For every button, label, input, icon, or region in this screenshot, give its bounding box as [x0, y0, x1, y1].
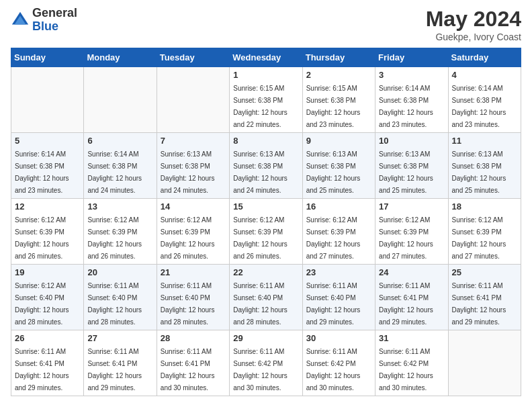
day-info: Sunrise: 6:14 AMSunset: 6:38 PMDaylight:…	[452, 85, 506, 128]
day-number: 31	[379, 333, 444, 343]
table-row: 17 Sunrise: 6:12 AMSunset: 6:39 PMDaylig…	[375, 199, 448, 265]
day-number: 18	[452, 201, 517, 212]
day-info: Sunrise: 6:11 AMSunset: 6:42 PMDaylight:…	[233, 348, 287, 392]
day-info: Sunrise: 6:15 AMSunset: 6:38 PMDaylight:…	[306, 85, 361, 128]
day-number: 30	[306, 333, 371, 343]
day-info: Sunrise: 6:13 AMSunset: 6:38 PMDaylight:…	[452, 150, 506, 194]
table-row: 13 Sunrise: 6:12 AMSunset: 6:39 PMDaylig…	[84, 199, 157, 265]
table-row	[11, 67, 84, 133]
table-row: 31 Sunrise: 6:11 AMSunset: 6:42 PMDaylig…	[375, 330, 448, 396]
table-row: 14 Sunrise: 6:12 AMSunset: 6:39 PMDaylig…	[157, 199, 229, 265]
table-row	[84, 67, 157, 133]
day-number: 17	[379, 201, 444, 212]
logo: General Blue	[11, 7, 77, 34]
col-friday: Friday	[375, 48, 448, 67]
day-info: Sunrise: 6:11 AMSunset: 6:40 PMDaylight:…	[306, 282, 361, 326]
day-info: Sunrise: 6:13 AMSunset: 6:38 PMDaylight:…	[233, 150, 287, 194]
day-info: Sunrise: 6:12 AMSunset: 6:40 PMDaylight:…	[15, 282, 69, 326]
table-row: 6 Sunrise: 6:14 AMSunset: 6:38 PMDayligh…	[84, 133, 157, 199]
day-number: 10	[379, 136, 444, 146]
day-number: 14	[161, 201, 226, 212]
calendar-week-row: 1 Sunrise: 6:15 AMSunset: 6:38 PMDayligh…	[11, 67, 521, 133]
day-number: 22	[233, 267, 298, 277]
day-info: Sunrise: 6:11 AMSunset: 6:41 PMDaylight:…	[161, 348, 215, 392]
day-number: 9	[306, 136, 371, 146]
day-number: 28	[161, 333, 226, 343]
table-row: 22 Sunrise: 6:11 AMSunset: 6:40 PMDaylig…	[230, 265, 302, 330]
day-info: Sunrise: 6:13 AMSunset: 6:38 PMDaylight:…	[306, 150, 361, 194]
day-info: Sunrise: 6:11 AMSunset: 6:41 PMDaylight:…	[15, 348, 69, 392]
day-number: 27	[87, 333, 152, 343]
day-number: 21	[161, 267, 226, 277]
day-number: 26	[15, 333, 80, 343]
col-saturday: Saturday	[448, 48, 521, 67]
table-row: 26 Sunrise: 6:11 AMSunset: 6:41 PMDaylig…	[11, 330, 84, 396]
col-monday: Monday	[84, 48, 157, 67]
day-info: Sunrise: 6:12 AMSunset: 6:39 PMDaylight:…	[379, 216, 433, 260]
col-thursday: Thursday	[302, 48, 375, 67]
table-row: 21 Sunrise: 6:11 AMSunset: 6:40 PMDaylig…	[157, 265, 229, 330]
logo-general-text: General	[32, 7, 77, 20]
day-info: Sunrise: 6:12 AMSunset: 6:39 PMDaylight:…	[452, 216, 506, 260]
day-info: Sunrise: 6:15 AMSunset: 6:38 PMDaylight:…	[233, 85, 287, 128]
day-info: Sunrise: 6:11 AMSunset: 6:42 PMDaylight:…	[306, 348, 361, 392]
table-row: 28 Sunrise: 6:11 AMSunset: 6:41 PMDaylig…	[157, 330, 229, 396]
table-row: 8 Sunrise: 6:13 AMSunset: 6:38 PMDayligh…	[230, 133, 302, 199]
page: General Blue May 2024 Guekpe, Ivory Coas…	[0, 0, 532, 411]
table-row: 20 Sunrise: 6:11 AMSunset: 6:40 PMDaylig…	[84, 265, 157, 330]
day-number: 20	[87, 267, 152, 277]
day-number: 16	[306, 201, 371, 212]
day-number: 3	[379, 70, 444, 80]
day-info: Sunrise: 6:11 AMSunset: 6:41 PMDaylight:…	[379, 282, 433, 326]
col-sunday: Sunday	[11, 48, 84, 67]
header: General Blue May 2024 Guekpe, Ivory Coas…	[11, 7, 521, 42]
day-info: Sunrise: 6:11 AMSunset: 6:41 PMDaylight:…	[452, 282, 506, 326]
day-info: Sunrise: 6:14 AMSunset: 6:38 PMDaylight:…	[15, 150, 69, 194]
day-number: 29	[233, 333, 298, 343]
calendar-week-row: 12 Sunrise: 6:12 AMSunset: 6:39 PMDaylig…	[11, 199, 521, 265]
day-info: Sunrise: 6:14 AMSunset: 6:38 PMDaylight:…	[87, 150, 142, 194]
calendar-week-row: 5 Sunrise: 6:14 AMSunset: 6:38 PMDayligh…	[11, 133, 521, 199]
table-row: 29 Sunrise: 6:11 AMSunset: 6:42 PMDaylig…	[230, 330, 302, 396]
day-number: 19	[15, 267, 80, 277]
logo-blue-text: Blue	[32, 20, 77, 34]
location: Guekpe, Ivory Coast	[426, 32, 521, 42]
table-row: 5 Sunrise: 6:14 AMSunset: 6:38 PMDayligh…	[11, 133, 84, 199]
table-row: 3 Sunrise: 6:14 AMSunset: 6:38 PMDayligh…	[375, 67, 448, 133]
day-number: 15	[233, 201, 298, 212]
table-row: 24 Sunrise: 6:11 AMSunset: 6:41 PMDaylig…	[375, 265, 448, 330]
table-row: 18 Sunrise: 6:12 AMSunset: 6:39 PMDaylig…	[448, 199, 521, 265]
day-number: 2	[306, 70, 371, 80]
col-tuesday: Tuesday	[157, 48, 229, 67]
table-row: 16 Sunrise: 6:12 AMSunset: 6:39 PMDaylig…	[302, 199, 375, 265]
day-info: Sunrise: 6:12 AMSunset: 6:39 PMDaylight:…	[233, 216, 287, 260]
title-block: May 2024 Guekpe, Ivory Coast	[426, 7, 521, 42]
table-row: 25 Sunrise: 6:11 AMSunset: 6:41 PMDaylig…	[448, 265, 521, 330]
day-info: Sunrise: 6:11 AMSunset: 6:42 PMDaylight:…	[379, 348, 433, 392]
day-number: 11	[452, 136, 517, 146]
table-row: 30 Sunrise: 6:11 AMSunset: 6:42 PMDaylig…	[302, 330, 375, 396]
day-info: Sunrise: 6:11 AMSunset: 6:40 PMDaylight:…	[161, 282, 215, 326]
day-number: 25	[452, 267, 517, 277]
day-number: 8	[233, 136, 298, 146]
calendar-table: Sunday Monday Tuesday Wednesday Thursday…	[11, 48, 521, 396]
table-row: 10 Sunrise: 6:13 AMSunset: 6:38 PMDaylig…	[375, 133, 448, 199]
day-number: 1	[233, 70, 298, 80]
day-number: 23	[306, 267, 371, 277]
table-row: 1 Sunrise: 6:15 AMSunset: 6:38 PMDayligh…	[230, 67, 302, 133]
table-row: 7 Sunrise: 6:13 AMSunset: 6:38 PMDayligh…	[157, 133, 229, 199]
table-row: 23 Sunrise: 6:11 AMSunset: 6:40 PMDaylig…	[302, 265, 375, 330]
logo-icon	[11, 11, 30, 30]
day-number: 12	[15, 201, 80, 212]
day-info: Sunrise: 6:11 AMSunset: 6:40 PMDaylight:…	[233, 282, 287, 326]
table-row: 2 Sunrise: 6:15 AMSunset: 6:38 PMDayligh…	[302, 67, 375, 133]
day-number: 6	[87, 136, 152, 146]
day-info: Sunrise: 6:11 AMSunset: 6:41 PMDaylight:…	[87, 348, 142, 392]
day-info: Sunrise: 6:14 AMSunset: 6:38 PMDaylight:…	[379, 85, 433, 128]
table-row: 9 Sunrise: 6:13 AMSunset: 6:38 PMDayligh…	[302, 133, 375, 199]
day-info: Sunrise: 6:12 AMSunset: 6:39 PMDaylight:…	[161, 216, 215, 260]
table-row: 27 Sunrise: 6:11 AMSunset: 6:41 PMDaylig…	[84, 330, 157, 396]
day-number: 5	[15, 136, 80, 146]
day-number: 24	[379, 267, 444, 277]
table-row: 11 Sunrise: 6:13 AMSunset: 6:38 PMDaylig…	[448, 133, 521, 199]
